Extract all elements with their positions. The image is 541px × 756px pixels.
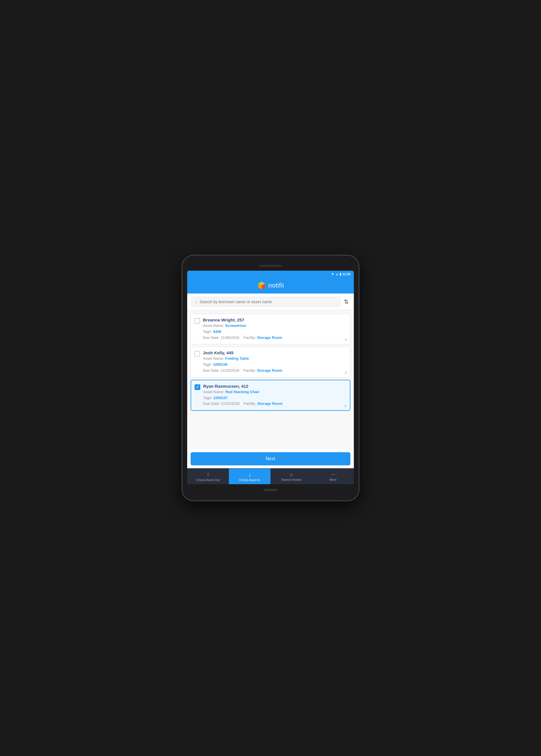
asset-card-3: Ryan Rasmussen, 412 Asset Name: Red Stac… xyxy=(191,380,350,411)
borrower-name-2: Josh Kelly, 445 xyxy=(203,350,347,355)
search-assets-icon: ⌕ xyxy=(290,472,293,477)
asset-name-value-2: Folding Table xyxy=(225,356,249,361)
tablet-camera xyxy=(270,265,271,267)
search-input-wrapper[interactable]: ○ xyxy=(191,297,340,307)
check-in-label: Check Asset In xyxy=(239,478,260,482)
bottom-nav: ↑ Check Asset Out ↓ Check Asset In ⌕ Sea… xyxy=(187,468,354,484)
check-in-icon: ↓ xyxy=(248,471,251,477)
asset-name-value-1: Screwdriver xyxy=(225,323,246,328)
logo-text: notifii xyxy=(269,282,284,289)
due-value-3: 11/02/2018 xyxy=(221,401,240,406)
borrower-name-3: Ryan Rasmussen, 412 xyxy=(203,384,346,389)
asset-info-3: Ryan Rasmussen, 412 Asset Name: Red Stac… xyxy=(203,384,346,407)
due-value-1: 11/06/2018 xyxy=(221,335,239,340)
logo-container: notifii xyxy=(257,281,284,290)
chevron-down-icon-3[interactable]: ∨ xyxy=(344,403,347,408)
search-assets-label: Search Assets xyxy=(281,478,301,482)
facility-value-1: Storage Room xyxy=(257,335,282,340)
battery-icon: ▮ xyxy=(339,272,341,276)
content-area: Breanna Wright, 257 Asset Name: Screwdri… xyxy=(187,310,354,449)
sort-button[interactable]: ⇅ xyxy=(343,297,350,306)
asset-detail-2b: Tag#: 1000158 xyxy=(203,362,347,368)
asset-detail-1c: Due Date: 11/06/2018 Facility: Storage R… xyxy=(203,335,347,341)
due-label-2: Due Date: xyxy=(203,368,220,373)
due-label-3: Due Date: xyxy=(203,401,220,406)
search-bar-container: ○ ⇅ xyxy=(187,293,354,310)
asset-card: Breanna Wright, 257 Asset Name: Screwdri… xyxy=(191,314,350,344)
chevron-down-icon-2[interactable]: ∨ xyxy=(344,370,347,375)
nav-check-in[interactable]: ↓ Check Asset In xyxy=(229,469,270,484)
facility-label-3: Facility: xyxy=(244,401,256,406)
asset-detail-3a: Asset Name: Red Stacking Chair xyxy=(203,389,346,395)
home-button xyxy=(264,489,277,491)
asset-info-1: Breanna Wright, 257 Asset Name: Screwdri… xyxy=(203,317,347,341)
facility-label-2: Facility: xyxy=(244,368,256,373)
asset-detail-3c: Due Date: 11/02/2018 Facility: Storage R… xyxy=(203,401,346,407)
nav-search-assets[interactable]: ⌕ Search Assets xyxy=(270,469,312,484)
asset-name-label-3: Asset Name: xyxy=(203,390,224,394)
search-input[interactable] xyxy=(200,299,337,304)
nav-check-out[interactable]: ↑ Check Asset Out xyxy=(187,469,229,484)
checkbox-1[interactable] xyxy=(194,318,200,324)
signal-icon: ▲ xyxy=(335,273,338,276)
status-icons: ▼ ▲ ▮ 12:30 xyxy=(331,272,350,276)
wifi-icon: ▼ xyxy=(331,272,334,276)
check-out-label: Check Asset Out xyxy=(196,478,220,482)
asset-info-2: Josh Kelly, 445 Asset Name: Folding Tabl… xyxy=(203,350,347,373)
check-out-icon: ↑ xyxy=(207,471,210,477)
asset-detail-2c: Due Date: 11/23/2018 Facility: Storage R… xyxy=(203,368,347,374)
search-icon: ○ xyxy=(195,299,197,304)
more-icon: ··· xyxy=(331,472,335,477)
asset-detail-3b: Tag#: 1000157 xyxy=(203,395,346,401)
asset-name-label-2: Asset Name: xyxy=(203,356,224,361)
tablet-bottom xyxy=(264,487,277,493)
nav-more[interactable]: ··· More xyxy=(312,469,354,484)
tag-value-2: 1000158 xyxy=(213,362,228,367)
tag-value-3: 1000157 xyxy=(213,396,228,400)
asset-detail-1a: Asset Name: Screwdriver xyxy=(203,323,347,329)
logo-icon xyxy=(257,281,266,290)
clock: 12:30 xyxy=(342,272,350,276)
tag-value-1: 4406 xyxy=(213,329,221,334)
borrower-name-1: Breanna Wright, 257 xyxy=(203,317,347,322)
tag-label-3: Tag#: xyxy=(203,396,212,400)
checkbox-3[interactable] xyxy=(195,384,200,390)
asset-detail-1b: Tag#: 4406 xyxy=(203,329,347,335)
asset-name-label-1: Asset Name: xyxy=(203,323,224,328)
facility-value-2: Storage Room xyxy=(257,368,282,373)
asset-card-2: Josh Kelly, 445 Asset Name: Folding Tabl… xyxy=(191,347,350,377)
tag-label-1: Tag#: xyxy=(203,329,212,334)
tablet-screen: ▼ ▲ ▮ 12:30 notifii xyxy=(187,271,354,484)
facility-label-1: Facility: xyxy=(244,335,256,340)
due-value-2: 11/23/2018 xyxy=(221,368,239,373)
facility-value-3: Storage Room xyxy=(257,401,282,406)
app-header: notifii xyxy=(187,278,354,293)
chevron-down-icon-1[interactable]: ∨ xyxy=(344,337,347,342)
more-label: More xyxy=(329,478,336,482)
tag-label-2: Tag#: xyxy=(203,362,212,367)
due-label-1: Due Date: xyxy=(203,335,220,340)
status-bar: ▼ ▲ ▮ 12:30 xyxy=(187,271,354,278)
asset-name-value-3: Red Stacking Chair xyxy=(226,390,260,394)
next-button[interactable]: Next xyxy=(191,452,350,465)
checkbox-2[interactable] xyxy=(194,351,200,357)
tablet-device: ▼ ▲ ▮ 12:30 notifii xyxy=(182,255,359,501)
asset-detail-2a: Asset Name: Folding Table xyxy=(203,356,347,362)
